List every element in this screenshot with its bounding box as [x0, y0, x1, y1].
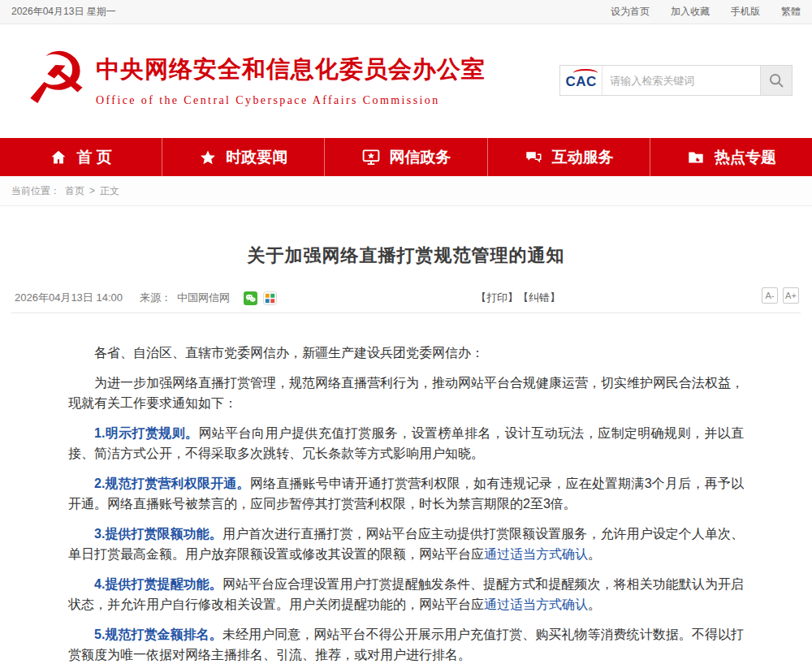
correct-button[interactable]: 【纠错】	[518, 291, 560, 305]
font-decrease-button[interactable]: A-	[762, 287, 778, 304]
source-label: 来源：	[140, 291, 171, 305]
paragraph-text: 。	[588, 547, 601, 561]
site-header: ☭ 中央网络安全和信息化委员会办公室 Office of the Central…	[0, 24, 812, 138]
article: 关于加强网络直播打赏规范管理的通知 2026年04月13日 14:00 来源： …	[0, 206, 812, 664]
paragraph-lead: 5.规范打赏金额排名。	[94, 627, 222, 641]
article-meta-left: 2026年04月13日 14:00 来源： 中国网信网	[11, 289, 801, 307]
source-value: 中国网信网	[177, 291, 230, 305]
article-paragraph: 1.明示打赏规则。网站平台向用户提供充值打赏服务，设置榜单排名，设计互动玩法，应…	[68, 423, 744, 464]
paragraph-lead: 4.提供打赏提醒功能。	[94, 577, 222, 591]
article-meta-actions: 【打印】 【纠错】	[476, 289, 560, 307]
breadcrumb: 当前位置： 首页 > 正文	[0, 176, 812, 206]
breadcrumb-current: 正文	[100, 184, 119, 198]
paragraph-lead: 3.提供打赏限额功能。	[94, 527, 222, 541]
nav-item-label: 热点专题	[715, 147, 776, 168]
topbar-links: 设为首页 加入收藏 手机版 繁體	[611, 5, 801, 19]
share-more-icon[interactable]	[263, 291, 277, 305]
chat-icon	[524, 149, 543, 166]
site-title-block[interactable]: 中央网络安全和信息化委员会办公室 Office of the Central C…	[96, 54, 486, 107]
star-icon	[199, 149, 217, 166]
article-datetime: 2026年04月13日 14:00	[15, 291, 123, 305]
breadcrumb-separator: >	[89, 185, 95, 196]
cac-logo-arc-icon	[573, 69, 598, 77]
paragraph-lead: 1.明示打赏规则。	[94, 426, 198, 440]
article-paragraph: 各省、自治区、直辖市党委网信办，新疆生产建设兵团党委网信办：	[68, 343, 744, 363]
topbar-link-traditional[interactable]: 繁體	[781, 5, 801, 19]
topbar-link-set-home[interactable]: 设为首页	[611, 5, 650, 19]
nav-item-label: 互动服务	[552, 147, 614, 168]
nav-item-label: 首 页	[76, 147, 111, 168]
paragraph-lead: 2.规范打赏营利权限开通。	[94, 476, 250, 490]
nav-item-home[interactable]: 首 页	[0, 138, 162, 176]
font-size-controls: A- A+	[762, 287, 799, 304]
folder-icon	[686, 149, 706, 166]
article-paragraph: 4.提供打赏提醒功能。网站平台应合理设置用户打赏提醒触发条件、提醒方式和提醒频次…	[68, 574, 744, 614]
topbar-date: 2026年04月13日 星期一	[11, 5, 116, 19]
cac-logo: CAC	[560, 66, 603, 95]
article-meta: 2026年04月13日 14:00 来源： 中国网信网	[11, 289, 801, 313]
topbar-link-favorites[interactable]: 加入收藏	[671, 5, 710, 19]
article-paragraph: 2.规范打赏营利权限开通。网络直播账号申请开通打赏营利权限，如有违规记录，应在处…	[68, 473, 744, 514]
monitor-icon	[361, 148, 381, 166]
magnifier-icon	[768, 72, 784, 88]
search-button[interactable]	[760, 66, 792, 95]
article-paragraph: 5.规范打赏金额排名。未经用户同意，网站平台不得公开展示用户充值打赏、购买礼物等…	[68, 624, 744, 664]
breadcrumb-label: 当前位置：	[11, 184, 60, 198]
main-nav: 首 页 时政要闻 网信政务 互动服务 热点专题	[0, 138, 812, 176]
paragraph-text: 各省、自治区、直辖市党委网信办，新疆生产建设兵团党委网信办：	[94, 346, 484, 360]
article-paragraph: 为进一步加强网络直播打赏管理，规范网络直播营利行为，推动网站平台合规健康运营，切…	[68, 373, 744, 413]
article-paragraph: 3.提供打赏限额功能。用户首次进行直播打赏，网站平台应主动提供打赏限额设置服务，…	[68, 524, 744, 564]
topbar-link-mobile[interactable]: 手机版	[731, 5, 760, 19]
article-body: 各省、自治区、直辖市党委网信办，新疆生产建设兵团党委网信办：为进一步加强网络直播…	[0, 313, 812, 664]
paragraph-highlight: 通过适当方式确认	[484, 597, 588, 611]
search-input[interactable]	[603, 66, 760, 95]
home-icon	[50, 149, 67, 166]
nav-item-label: 网信政务	[390, 147, 451, 168]
site-title[interactable]: 中央网络安全和信息化委员会办公室	[96, 54, 486, 86]
nav-item-label: 时政要闻	[226, 147, 287, 168]
nav-item-interactive-services[interactable]: 互动服务	[488, 138, 650, 176]
party-emblem-icon: ☭	[24, 34, 89, 123]
nav-item-cyberspace-affairs[interactable]: 网信政务	[325, 138, 487, 176]
site-subtitle: Office of the Central Cyberspace Affairs…	[96, 94, 486, 107]
wechat-share-icon[interactable]	[244, 291, 257, 305]
paragraph-text: 为进一步加强网络直播打赏管理，规范网络直播营利行为，推动网站平台合规健康运营，切…	[68, 376, 744, 410]
print-button[interactable]: 【打印】	[476, 291, 518, 305]
search-box: CAC	[559, 65, 793, 96]
paragraph-text: 。	[588, 597, 601, 611]
nav-item-hot-topics[interactable]: 热点专题	[650, 138, 812, 176]
font-increase-button[interactable]: A+	[783, 287, 799, 304]
article-title: 关于加强网络直播打赏规范管理的通知	[0, 206, 812, 268]
paragraph-highlight: 通过适当方式确认	[484, 547, 588, 561]
breadcrumb-home[interactable]: 首页	[65, 184, 84, 198]
nav-item-politics-news[interactable]: 时政要闻	[162, 138, 325, 176]
topbar: 2026年04月13日 星期一 设为首页 加入收藏 手机版 繁體	[0, 0, 812, 24]
